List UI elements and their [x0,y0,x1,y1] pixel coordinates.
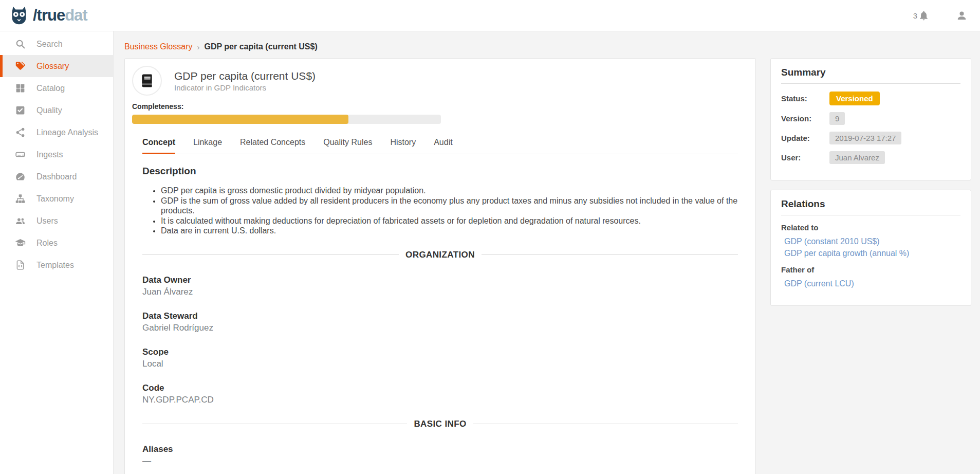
concept-card: GDP per capita (current US$) Indicator i… [124,58,756,474]
summary-row-status: Status: Versioned [781,92,960,105]
tab-concept[interactable]: Concept [142,138,175,154]
status-badge: 9 [829,112,845,125]
organization-fields: Data Owner Juan Álvarez Data Steward Gab… [142,275,738,405]
relations-group-related-to: Related to GDP (constant 2010 US$)GDP pe… [781,223,960,259]
gauge-icon [15,171,26,182]
description-list: GDP per capita is gross domestic product… [142,186,738,236]
breadcrumb-current: GDP per capita (current US$) [205,42,318,51]
sidebar-item-roles[interactable]: Roles [0,232,113,254]
summary-title: Summary [781,67,960,84]
summary-card: Summary Status: Versioned Version: 9 Upd… [770,58,971,180]
description-bullet: It is calculated without making deductio… [161,216,738,226]
breadcrumb-parent-link[interactable]: Business Glossary [124,42,193,51]
status-badge: Juan Alvarez [829,151,885,164]
concept-field-code: Code NY.GDP.PCAP.CD [142,383,738,405]
status-badge: Versioned [829,92,880,105]
completeness-progress-fill [132,115,348,124]
graduation-cap-icon [15,238,26,248]
sidebar-item-glossary[interactable]: Glossary [0,55,113,77]
sidebar: Search Glossary Catalog Quality Lineage … [0,31,114,474]
description-heading: Description [142,166,738,177]
summary-row-user: User: Juan Alvarez [781,151,960,164]
bell-icon [918,10,929,21]
app-header: /truedat 3 [0,0,980,31]
relations-group-label: Related to [781,223,960,232]
owl-logo-icon [8,5,30,26]
section-divider-basic-info: BASIC INFO [142,419,738,429]
search-icon [15,39,26,49]
tags-icon [15,61,26,71]
sidebar-item-users[interactable]: Users [0,210,113,232]
concept-field-aliases: Aliases — [142,444,738,466]
sidebar-item-templates[interactable]: Templates [0,254,113,276]
completeness-label: Completeness: [132,102,748,111]
sidebar-item-catalog[interactable]: Catalog [0,77,113,99]
sidebar-item-ingests[interactable]: Ingests [0,143,113,166]
book-icon [139,73,155,88]
tab-related-concepts[interactable]: Related Concepts [240,138,305,154]
tab-quality-rules[interactable]: Quality Rules [323,138,372,154]
relations-group-label: Father of [781,265,960,274]
user-avatar-icon [956,10,968,22]
breadcrumb-separator-icon: › [197,43,200,51]
concept-field-data-steward: Data Steward Gabriel Rodríguez [142,311,738,333]
description-bullet: GDP per capita is gross domestic product… [161,186,738,196]
status-badge: 2019-07-23 17:27 [829,132,901,144]
share-icon [15,127,26,138]
description-bullet: GDP is the sum of gross value added by a… [161,196,738,216]
relation-link[interactable]: GDP (constant 2010 US$) [781,235,960,247]
concept-tabs: ConceptLinkageRelated ConceptsQuality Ru… [142,138,738,154]
concept-field-data-owner: Data Owner Juan Álvarez [142,275,738,297]
concept-subtitle: Indicator in GDP Indicators [174,83,316,92]
sitemap-icon [15,193,26,204]
breadcrumb: Business Glossary › GDP per capita (curr… [124,42,971,51]
relation-link[interactable]: GDP per capita growth (annual %) [781,247,960,259]
completeness-progress-bar [132,115,441,124]
tab-linkage[interactable]: Linkage [193,138,222,154]
grid-icon [15,83,26,94]
tab-history[interactable]: History [390,138,416,154]
completeness-section: Completeness: [132,102,748,124]
description-bullet: Data are in current U.S. dollars. [161,226,738,236]
basic-info-fields: Aliases — GDPR No [142,444,738,474]
summary-row-update: Update: 2019-07-23 17:27 [781,132,960,144]
sidebar-item-quality[interactable]: Quality [0,99,113,121]
sidebar-item-dashboard[interactable]: Dashboard [0,166,113,188]
sidebar-item-lineage-analysis[interactable]: Lineage Analysis [0,121,113,143]
app-logo[interactable]: /truedat [8,5,87,26]
concept-field-scope: Scope Local [142,347,738,369]
file-code-icon [15,260,26,270]
check-square-icon [15,105,26,116]
relations-title: Relations [781,198,960,215]
section-divider-label: BASIC INFO [414,419,466,429]
summary-row-version: Version: 9 [781,112,960,125]
app-logo-text: /truedat [33,6,87,25]
page-title: GDP per capita (current US$) [174,69,316,82]
section-divider-label: ORGANIZATION [405,250,475,260]
notification-count-badge: 3 [913,11,917,20]
tab-audit[interactable]: Audit [434,138,452,154]
user-menu-button[interactable] [956,10,968,22]
users-icon [15,215,26,226]
notifications-button[interactable]: 3 [913,10,929,21]
relation-link[interactable]: GDP (current LCU) [781,278,960,289]
section-divider-organization: ORGANIZATION [142,250,738,260]
relations-card: Relations Related to GDP (constant 2010 … [770,190,971,306]
relations-group-father-of: Father of GDP (current LCU) [781,265,960,289]
sidebar-item-taxonomy[interactable]: Taxonomy [0,188,113,210]
concept-avatar [132,66,162,96]
server-icon [15,149,26,160]
sidebar-item-search[interactable]: Search [0,33,113,55]
right-panel: Summary Status: Versioned Version: 9 Upd… [770,58,971,306]
